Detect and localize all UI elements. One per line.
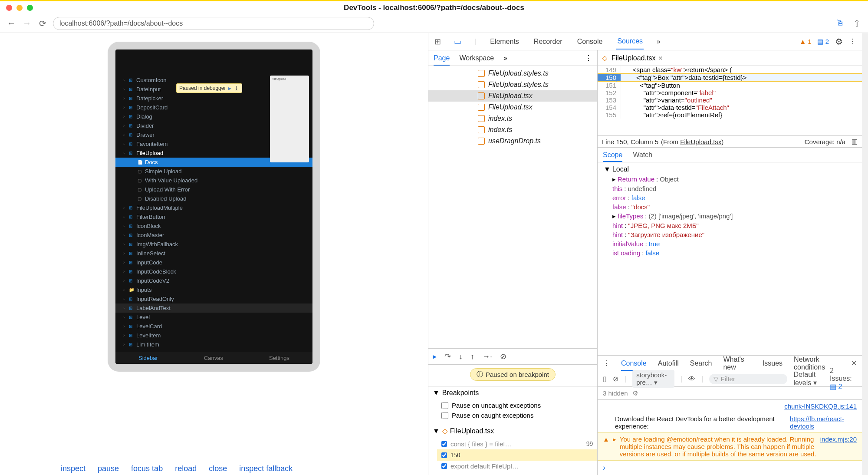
deactivate-breakpoints-button[interactable]: ⊘ — [500, 352, 506, 361]
breakpoint-file-header[interactable]: ▼ ◇ FileUpload.tsx — [428, 424, 597, 438]
footer-cmd[interactable]: focus tab — [131, 464, 163, 473]
kebab-icon[interactable]: ⋮ — [585, 54, 592, 62]
warning-source-link[interactable]: index.mjs:20 — [820, 435, 857, 458]
pause-caught-checkbox[interactable]: Pause on caught exceptions — [441, 410, 593, 420]
extension-icon[interactable]: ⇧ — [852, 18, 862, 29]
issues-badge[interactable]: 2 Issues: ▤ 2 — [830, 367, 857, 391]
sidebar-item[interactable]: ›⊞InputCodeBlock — [115, 267, 312, 276]
step-over-button[interactable]: ↷ — [444, 352, 451, 361]
forward-button[interactable]: → — [22, 18, 32, 29]
scope-variable[interactable]: isLoading: false — [601, 248, 858, 257]
file-tree-item[interactable]: FileUpload.tsx — [428, 102, 597, 113]
file-tree[interactable]: FileUpload.styles.tsFileUpload.styles.ts… — [428, 66, 597, 348]
scope-variable[interactable]: error: false — [601, 193, 858, 202]
settings-icon[interactable]: ⚙ — [835, 36, 843, 47]
context-select[interactable]: storybook-pre… ▾ — [632, 370, 674, 388]
close-drawer-icon[interactable]: ✕ — [851, 359, 857, 367]
drawer-tab[interactable]: Autofill — [658, 360, 679, 367]
drawer-tab[interactable]: Issues — [763, 360, 783, 367]
step-into-button[interactable]: ↓ — [459, 352, 463, 361]
drawer-tab[interactable]: What's new — [723, 356, 751, 371]
scope-local-header[interactable]: ▼ Local — [601, 164, 858, 175]
sidebar-item[interactable]: ›📁Inputs — [115, 285, 312, 294]
sidebar-item[interactable]: ›⊞FileUploadMultiple — [115, 203, 312, 212]
storybook-tab[interactable]: Settings — [269, 355, 289, 361]
step-button[interactable]: →· — [482, 352, 492, 361]
back-button[interactable]: ← — [6, 18, 16, 29]
sidebar-item[interactable]: ›⊞LabelAndText — [115, 303, 312, 313]
sidebar-item[interactable]: ▢Simple Upload — [115, 167, 312, 176]
scope-variable[interactable]: ▸ Return value: Object — [601, 175, 858, 184]
log-levels-select[interactable]: Default levels ▾ — [793, 371, 824, 387]
sidebar-item[interactable]: ▢Upload With Error — [115, 185, 312, 194]
inspect-icon[interactable]: ⊞ — [434, 37, 441, 46]
url-input[interactable]: localhost:6006/?path=/docs/about--docs — [53, 17, 374, 30]
kebab-icon[interactable]: ⋮ — [849, 37, 856, 46]
tab-recorder[interactable]: Recorder — [533, 34, 563, 49]
sidebar-item[interactable]: ›⊞LevelItem — [115, 331, 312, 340]
sidebar-item[interactable]: ›⊞ImgWithFallback — [115, 240, 312, 249]
sidebar-item[interactable]: ▢Disabled Upload — [115, 194, 312, 203]
scope-panel[interactable]: ▼ Local ▸ Return value: Objectthis: unde… — [598, 162, 862, 355]
sidebar-item[interactable]: ›⊞Level — [115, 313, 312, 322]
footer-cmd[interactable]: inspect fallback — [239, 464, 293, 473]
footer-cmd[interactable]: reload — [175, 464, 197, 473]
tab-watch[interactable]: Watch — [633, 151, 652, 159]
more-tabs-icon[interactable]: » — [657, 38, 661, 46]
react-devtools-link[interactable]: https://fb.me/react-devtools — [790, 415, 857, 430]
sidebar-toggle-icon[interactable]: ▯ — [603, 375, 607, 383]
tab-console[interactable]: Console — [576, 34, 604, 49]
scope-variable[interactable]: hint: "JPEG, PNG макс 2МБ" — [601, 221, 858, 230]
editor-tab-fileupload[interactable]: FileUpload.tsx ✕ — [612, 54, 663, 62]
sidebar-item[interactable]: ›⊞InputCodeV2 — [115, 276, 312, 285]
scope-variable[interactable]: initialValue: true — [601, 239, 858, 248]
breakpoint-row[interactable]: const { files } = fileI…99 — [441, 439, 593, 449]
step-out-button[interactable]: ↑ — [470, 352, 474, 361]
sidebar-item[interactable]: ›⊞InlineSelect — [115, 249, 312, 258]
more-icon[interactable]: ▥ — [852, 138, 858, 145]
file-tree-item[interactable]: index.ts — [428, 113, 597, 124]
storybook-screen[interactable]: Paused in debugger ▸ ⤓ FileUpload ›⊞Cust… — [115, 49, 312, 364]
footer-cmd[interactable]: pause — [98, 464, 119, 473]
sidebar-item[interactable]: ›⊞LimitItem — [115, 340, 312, 349]
storybook-tab[interactable]: Canvas — [204, 355, 223, 361]
source-origin-link[interactable]: FileUpload.tsx — [680, 138, 721, 145]
console-prompt[interactable]: › — [598, 461, 862, 475]
live-expression-icon[interactable]: 👁 — [688, 375, 695, 383]
step-icon[interactable]: ⤓ — [234, 85, 239, 92]
file-tree-item[interactable]: FileUpload.tsx — [428, 90, 597, 102]
file-tree-item[interactable]: useDragnDrop.ts — [428, 135, 597, 147]
minimize-window[interactable] — [16, 5, 23, 11]
reload-button[interactable]: ⟳ — [37, 18, 48, 29]
storybook-tab[interactable]: Sidebar — [138, 355, 158, 361]
clear-console-icon[interactable]: ⊘ — [613, 375, 618, 383]
kebab-icon[interactable]: ⋮ — [603, 359, 610, 367]
more-icon[interactable]: » — [503, 54, 507, 62]
sidebar-item[interactable]: ›⊞LevelCard — [115, 322, 312, 331]
mouse-icon[interactable]: 🖱 — [835, 18, 845, 29]
tab-workspace[interactable]: Workspace — [459, 54, 494, 62]
warnings-badge[interactable]: ▲ 1 — [799, 38, 811, 45]
sidebar-item[interactable]: ›⊞FilterButton — [115, 212, 312, 221]
footer-cmd[interactable]: inspect — [61, 464, 85, 473]
resume-button[interactable]: ▸ — [433, 352, 437, 361]
console-filter[interactable]: ▽ Filter — [709, 374, 787, 384]
footer-cmd[interactable]: close — [209, 464, 227, 473]
console-source-link[interactable]: chunk-INSKDKQB.js:141 — [598, 400, 862, 412]
tab-sources[interactable]: Sources — [616, 34, 644, 49]
sidebar-item[interactable]: ▢With Value Uploaded — [115, 176, 312, 185]
scope-variable[interactable]: ▸ fileTypes: (2) ['image/jpeg', 'image/p… — [601, 211, 858, 221]
file-tree-item[interactable]: FileUpload.styles.ts — [428, 79, 597, 90]
messages-badge[interactable]: ▤ 2 — [817, 38, 829, 46]
sidebar-item[interactable]: ›⊞IconMaster — [115, 231, 312, 240]
file-tree-item[interactable]: index.ts — [428, 124, 597, 135]
resume-icon[interactable]: ▸ — [228, 85, 231, 92]
tab-page[interactable]: Page — [434, 54, 450, 66]
device-toggle-icon[interactable]: ▭ — [454, 37, 461, 46]
scope-variable[interactable]: false: "docs" — [601, 202, 858, 211]
close-tab-icon[interactable]: ✕ — [658, 55, 663, 62]
code-editor[interactable]: 149 <span class="kw">return</span> (150 … — [598, 66, 862, 135]
drawer-tab[interactable]: Search — [690, 360, 712, 367]
breakpoint-row[interactable]: 150 — [437, 449, 597, 461]
sidebar-item[interactable]: ›⊞InputReadOnly — [115, 294, 312, 303]
